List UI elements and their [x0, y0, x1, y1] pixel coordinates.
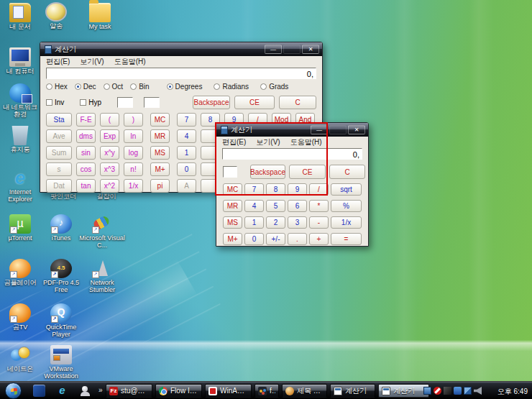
calc-clear-button[interactable]: CE	[234, 96, 275, 109]
calc-button[interactable]: .	[288, 233, 307, 245]
quick-launch-switcher-icon[interactable]	[33, 385, 45, 397]
desktop-icon-gom-tv[interactable]: 곰TV	[0, 303, 40, 331]
calc-button[interactable]: 8	[266, 183, 285, 196]
radio-option[interactable]: Bin	[130, 83, 149, 91]
desktop-icon-recycle-bin[interactable]: 휴지통	[0, 126, 40, 153]
calc-button[interactable]: n!	[124, 162, 143, 176]
calc-button[interactable]: -	[309, 216, 329, 229]
calc-button[interactable]: F-E	[76, 113, 96, 127]
calc-button[interactable]: 7	[177, 113, 196, 127]
calc-button[interactable]: x^2	[100, 179, 119, 193]
radio-option[interactable]: Radians	[214, 83, 249, 91]
desktop-icon-utorrent[interactable]: µ µTorrent	[0, 214, 40, 242]
desktop-icon-gom-player[interactable]: 곰플레이어	[0, 259, 40, 286]
desktop-icon-visual-c[interactable]: Microsoft Visual C...	[79, 214, 125, 249]
titlebar[interactable]: 계산기 — ✕	[40, 42, 322, 56]
calc-clear-button[interactable]: C	[329, 165, 365, 179]
calc-button[interactable]: =	[331, 233, 362, 245]
calc-button[interactable]: sin	[76, 146, 96, 160]
taskbar-button[interactable]: Flow In...	[155, 384, 202, 398]
calc-button[interactable]: %	[331, 200, 362, 212]
desktop-icon-vmware[interactable]: VMware Workstation	[40, 345, 83, 380]
desktop-icon-my-network[interactable]: 내 네트워크 환경	[0, 83, 40, 118]
calc-button[interactable]: Sum	[46, 146, 72, 160]
taskbar-button[interactable]: 계산기	[378, 384, 429, 398]
tray-utility-icon[interactable]	[444, 387, 451, 395]
calc-button[interactable]: MS	[150, 146, 170, 160]
minimize-button[interactable]: —	[311, 125, 328, 134]
calc-clear-button[interactable]: CE	[289, 165, 326, 179]
calc-button[interactable]: +	[309, 233, 329, 245]
calc-button[interactable]: ln	[124, 129, 143, 143]
calc-button[interactable]: 1	[177, 146, 196, 160]
desktop-icon-my-computer[interactable]: 내 컴퓨터	[0, 47, 40, 75]
calc-button[interactable]: sqrt	[331, 183, 362, 196]
calc-button[interactable]: MC	[223, 183, 242, 196]
calc-button[interactable]: *	[309, 200, 329, 212]
calc-button[interactable]: MC	[150, 113, 170, 127]
radio-option[interactable]: Dec	[75, 83, 96, 91]
menu-item[interactable]: 도움말(H)	[114, 57, 146, 67]
tray-blocked-icon[interactable]	[434, 387, 441, 395]
calc-button[interactable]: s	[46, 162, 72, 176]
calc-button[interactable]: MS	[223, 216, 242, 229]
desktop-icon-my-task[interactable]: My task	[77, 3, 123, 30]
calc-button[interactable]: 3	[288, 216, 307, 229]
radio-option[interactable]: Oct	[104, 83, 124, 91]
taskbar-button[interactable]: stu@61...	[106, 384, 152, 398]
calc-button[interactable]: cos	[76, 162, 96, 176]
calc-button[interactable]: /	[309, 183, 329, 196]
calc-button[interactable]: 7	[244, 183, 264, 196]
calc-button[interactable]: 0	[244, 233, 264, 245]
inv-checkbox[interactable]: Inv	[46, 98, 64, 106]
calc-button[interactable]: Exp	[100, 129, 119, 143]
taskbar-button[interactable]: first – ...	[254, 384, 279, 398]
calc-button[interactable]: MR	[150, 129, 170, 143]
tray-volume-icon[interactable]	[474, 387, 482, 395]
desktop-icon-nateon[interactable]: 네이트온	[0, 345, 40, 372]
calc-clear-button[interactable]: Backspace	[193, 96, 230, 109]
radio-option[interactable]: Grads	[260, 83, 288, 91]
desktop-icon-pdf-pro[interactable]: 4.5 PDF-Pro 4.5 Free	[40, 259, 83, 293]
desktop-icon-my-documents[interactable]: 내 문서	[0, 3, 40, 30]
desktop-icon-network-stumbler[interactable]: Network Stumbler	[79, 259, 125, 293]
menu-item[interactable]: 도움말(H)	[290, 137, 322, 147]
calc-button[interactable]: 1/x	[124, 179, 143, 193]
calc-button[interactable]: 6	[288, 200, 307, 212]
menu-item[interactable]: 편집(E)	[222, 137, 246, 147]
calc-button[interactable]: Sta	[46, 113, 72, 127]
quick-launch-ie-icon[interactable]: e	[56, 385, 68, 397]
tray-lan-icon[interactable]	[464, 387, 472, 395]
desktop-icon-itunes[interactable]: ♪ iTunes	[40, 214, 83, 242]
calc-button[interactable]: tan	[76, 179, 96, 193]
hyp-checkbox[interactable]: Hyp	[80, 98, 101, 106]
close-button[interactable]: ✕	[302, 45, 319, 54]
calc-button[interactable]: 5	[266, 200, 285, 212]
taskbar-button[interactable]: 계산기	[330, 384, 375, 398]
desktop-icon-quicktime[interactable]: Q QuickTime Player	[40, 303, 83, 338]
calc-button[interactable]: +/-	[266, 233, 285, 245]
calc-button[interactable]: 1/x	[331, 216, 362, 229]
calc-button[interactable]: M+	[150, 162, 170, 176]
quick-launch-messenger-icon[interactable]	[79, 385, 91, 397]
calc-button[interactable]: Ave	[46, 129, 72, 143]
calc-button[interactable]: dms	[76, 129, 96, 143]
calc-button[interactable]: Dat	[46, 179, 72, 193]
calc-button[interactable]: 2	[266, 216, 285, 229]
calc-button[interactable]: 0	[177, 162, 196, 176]
calc-button[interactable]: M+	[223, 233, 242, 245]
calc-button[interactable]: )	[124, 113, 143, 127]
calc-button[interactable]: log	[124, 146, 143, 160]
calc-button[interactable]: x^y	[100, 146, 119, 160]
start-button[interactable]	[5, 382, 22, 399]
radio-option[interactable]: Hex	[46, 83, 68, 91]
close-button[interactable]: ✕	[348, 125, 365, 134]
calc-button[interactable]: MR	[223, 200, 242, 212]
desktop-icon-alsong[interactable]: 알송	[36, 2, 76, 29]
taskbar-clock[interactable]: 오후 6:49	[497, 387, 528, 397]
maximize-button[interactable]	[329, 125, 347, 134]
calc-button[interactable]: 4	[177, 129, 196, 143]
calc-button[interactable]: 4	[244, 200, 264, 212]
maximize-button[interactable]	[283, 45, 301, 54]
tray-network-monitor-icon[interactable]	[423, 387, 431, 395]
